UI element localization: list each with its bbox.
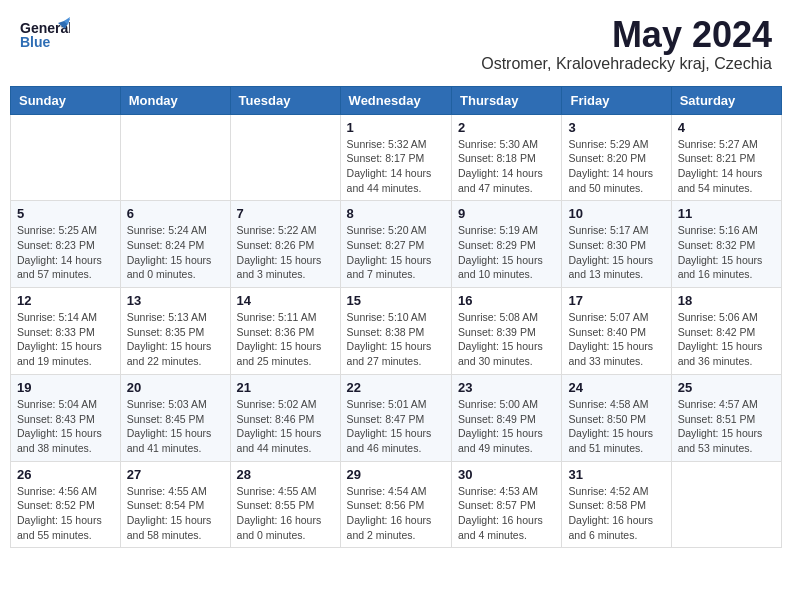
day-info: Sunrise: 5:27 AMSunset: 8:21 PMDaylight:… xyxy=(678,137,775,196)
day-info: Sunrise: 4:56 AMSunset: 8:52 PMDaylight:… xyxy=(17,484,114,543)
day-number: 31 xyxy=(568,467,664,482)
day-number: 18 xyxy=(678,293,775,308)
weekday-header-saturday: Saturday xyxy=(671,86,781,114)
calendar-cell: 28Sunrise: 4:55 AMSunset: 8:55 PMDayligh… xyxy=(230,461,340,548)
day-info: Sunrise: 5:07 AMSunset: 8:40 PMDaylight:… xyxy=(568,310,664,369)
calendar-cell: 4Sunrise: 5:27 AMSunset: 8:21 PMDaylight… xyxy=(671,114,781,201)
calendar-cell: 18Sunrise: 5:06 AMSunset: 8:42 PMDayligh… xyxy=(671,288,781,375)
day-info: Sunrise: 5:24 AMSunset: 8:24 PMDaylight:… xyxy=(127,223,224,282)
day-info: Sunrise: 4:55 AMSunset: 8:55 PMDaylight:… xyxy=(237,484,334,543)
logo: General Blue xyxy=(20,15,70,60)
page-header: General Blue May 2024 Ostromer, Kraloveh… xyxy=(10,10,782,78)
day-number: 19 xyxy=(17,380,114,395)
day-info: Sunrise: 5:02 AMSunset: 8:46 PMDaylight:… xyxy=(237,397,334,456)
day-number: 2 xyxy=(458,120,555,135)
calendar-cell: 19Sunrise: 5:04 AMSunset: 8:43 PMDayligh… xyxy=(11,374,121,461)
calendar-cell: 3Sunrise: 5:29 AMSunset: 8:20 PMDaylight… xyxy=(562,114,671,201)
day-number: 16 xyxy=(458,293,555,308)
day-info: Sunrise: 5:08 AMSunset: 8:39 PMDaylight:… xyxy=(458,310,555,369)
calendar-cell: 24Sunrise: 4:58 AMSunset: 8:50 PMDayligh… xyxy=(562,374,671,461)
day-info: Sunrise: 5:14 AMSunset: 8:33 PMDaylight:… xyxy=(17,310,114,369)
logo-icon: General Blue xyxy=(20,15,70,60)
day-number: 17 xyxy=(568,293,664,308)
day-number: 11 xyxy=(678,206,775,221)
weekday-header-row: SundayMondayTuesdayWednesdayThursdayFrid… xyxy=(11,86,782,114)
day-number: 12 xyxy=(17,293,114,308)
day-number: 25 xyxy=(678,380,775,395)
day-info: Sunrise: 5:11 AMSunset: 8:36 PMDaylight:… xyxy=(237,310,334,369)
day-number: 23 xyxy=(458,380,555,395)
day-number: 3 xyxy=(568,120,664,135)
calendar-cell xyxy=(230,114,340,201)
calendar-cell: 29Sunrise: 4:54 AMSunset: 8:56 PMDayligh… xyxy=(340,461,451,548)
day-info: Sunrise: 5:32 AMSunset: 8:17 PMDaylight:… xyxy=(347,137,445,196)
day-number: 10 xyxy=(568,206,664,221)
calendar-cell: 10Sunrise: 5:17 AMSunset: 8:30 PMDayligh… xyxy=(562,201,671,288)
day-number: 7 xyxy=(237,206,334,221)
calendar-cell: 26Sunrise: 4:56 AMSunset: 8:52 PMDayligh… xyxy=(11,461,121,548)
day-info: Sunrise: 5:20 AMSunset: 8:27 PMDaylight:… xyxy=(347,223,445,282)
week-row-2: 5Sunrise: 5:25 AMSunset: 8:23 PMDaylight… xyxy=(11,201,782,288)
calendar-cell: 20Sunrise: 5:03 AMSunset: 8:45 PMDayligh… xyxy=(120,374,230,461)
weekday-header-wednesday: Wednesday xyxy=(340,86,451,114)
day-info: Sunrise: 4:52 AMSunset: 8:58 PMDaylight:… xyxy=(568,484,664,543)
calendar-cell: 17Sunrise: 5:07 AMSunset: 8:40 PMDayligh… xyxy=(562,288,671,375)
month-title: May 2024 xyxy=(481,15,772,55)
day-info: Sunrise: 4:55 AMSunset: 8:54 PMDaylight:… xyxy=(127,484,224,543)
weekday-header-sunday: Sunday xyxy=(11,86,121,114)
calendar-cell: 12Sunrise: 5:14 AMSunset: 8:33 PMDayligh… xyxy=(11,288,121,375)
day-number: 22 xyxy=(347,380,445,395)
day-number: 27 xyxy=(127,467,224,482)
calendar-cell: 16Sunrise: 5:08 AMSunset: 8:39 PMDayligh… xyxy=(452,288,562,375)
day-info: Sunrise: 5:13 AMSunset: 8:35 PMDaylight:… xyxy=(127,310,224,369)
weekday-header-tuesday: Tuesday xyxy=(230,86,340,114)
calendar-cell: 13Sunrise: 5:13 AMSunset: 8:35 PMDayligh… xyxy=(120,288,230,375)
day-info: Sunrise: 5:01 AMSunset: 8:47 PMDaylight:… xyxy=(347,397,445,456)
week-row-1: 1Sunrise: 5:32 AMSunset: 8:17 PMDaylight… xyxy=(11,114,782,201)
day-number: 26 xyxy=(17,467,114,482)
calendar-cell: 14Sunrise: 5:11 AMSunset: 8:36 PMDayligh… xyxy=(230,288,340,375)
day-info: Sunrise: 4:57 AMSunset: 8:51 PMDaylight:… xyxy=(678,397,775,456)
calendar-cell: 6Sunrise: 5:24 AMSunset: 8:24 PMDaylight… xyxy=(120,201,230,288)
calendar-cell: 30Sunrise: 4:53 AMSunset: 8:57 PMDayligh… xyxy=(452,461,562,548)
day-info: Sunrise: 5:29 AMSunset: 8:20 PMDaylight:… xyxy=(568,137,664,196)
day-info: Sunrise: 4:58 AMSunset: 8:50 PMDaylight:… xyxy=(568,397,664,456)
calendar-cell xyxy=(120,114,230,201)
calendar-cell: 2Sunrise: 5:30 AMSunset: 8:18 PMDaylight… xyxy=(452,114,562,201)
week-row-3: 12Sunrise: 5:14 AMSunset: 8:33 PMDayligh… xyxy=(11,288,782,375)
day-number: 15 xyxy=(347,293,445,308)
calendar-cell: 22Sunrise: 5:01 AMSunset: 8:47 PMDayligh… xyxy=(340,374,451,461)
calendar-cell: 25Sunrise: 4:57 AMSunset: 8:51 PMDayligh… xyxy=(671,374,781,461)
calendar-cell xyxy=(11,114,121,201)
title-section: May 2024 Ostromer, Kralovehradecky kraj,… xyxy=(481,15,772,73)
calendar-cell: 8Sunrise: 5:20 AMSunset: 8:27 PMDaylight… xyxy=(340,201,451,288)
day-number: 30 xyxy=(458,467,555,482)
weekday-header-monday: Monday xyxy=(120,86,230,114)
location-title: Ostromer, Kralovehradecky kraj, Czechia xyxy=(481,55,772,73)
day-info: Sunrise: 4:53 AMSunset: 8:57 PMDaylight:… xyxy=(458,484,555,543)
day-number: 29 xyxy=(347,467,445,482)
day-number: 4 xyxy=(678,120,775,135)
calendar-cell: 11Sunrise: 5:16 AMSunset: 8:32 PMDayligh… xyxy=(671,201,781,288)
day-info: Sunrise: 5:06 AMSunset: 8:42 PMDaylight:… xyxy=(678,310,775,369)
calendar-cell: 21Sunrise: 5:02 AMSunset: 8:46 PMDayligh… xyxy=(230,374,340,461)
day-info: Sunrise: 5:22 AMSunset: 8:26 PMDaylight:… xyxy=(237,223,334,282)
day-number: 20 xyxy=(127,380,224,395)
day-info: Sunrise: 5:19 AMSunset: 8:29 PMDaylight:… xyxy=(458,223,555,282)
calendar-table: SundayMondayTuesdayWednesdayThursdayFrid… xyxy=(10,86,782,549)
day-number: 24 xyxy=(568,380,664,395)
day-info: Sunrise: 5:16 AMSunset: 8:32 PMDaylight:… xyxy=(678,223,775,282)
calendar-cell: 7Sunrise: 5:22 AMSunset: 8:26 PMDaylight… xyxy=(230,201,340,288)
day-number: 5 xyxy=(17,206,114,221)
day-number: 28 xyxy=(237,467,334,482)
day-info: Sunrise: 5:25 AMSunset: 8:23 PMDaylight:… xyxy=(17,223,114,282)
svg-text:Blue: Blue xyxy=(20,34,51,50)
weekday-header-thursday: Thursday xyxy=(452,86,562,114)
day-number: 13 xyxy=(127,293,224,308)
weekday-header-friday: Friday xyxy=(562,86,671,114)
calendar-cell: 31Sunrise: 4:52 AMSunset: 8:58 PMDayligh… xyxy=(562,461,671,548)
day-number: 21 xyxy=(237,380,334,395)
day-info: Sunrise: 5:04 AMSunset: 8:43 PMDaylight:… xyxy=(17,397,114,456)
day-info: Sunrise: 5:00 AMSunset: 8:49 PMDaylight:… xyxy=(458,397,555,456)
calendar-cell xyxy=(671,461,781,548)
